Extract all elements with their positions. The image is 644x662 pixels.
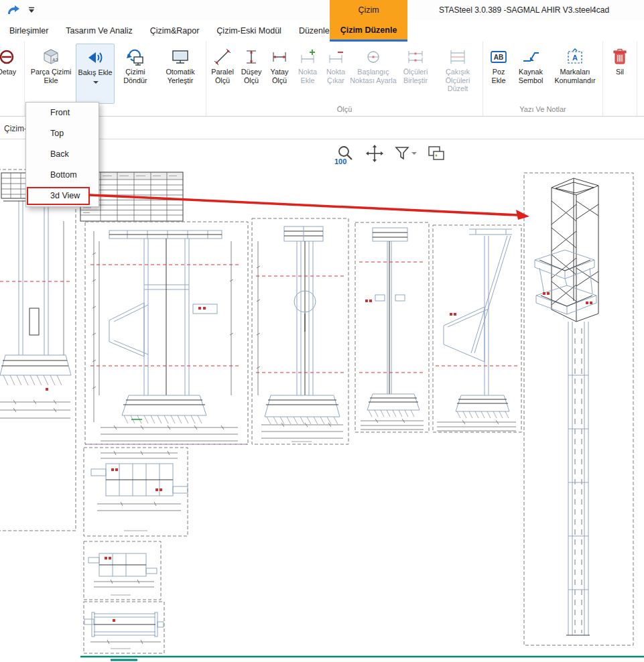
- document-tab[interactable]: Çizim-: [4, 124, 27, 133]
- drawing-detail-e[interactable]: [84, 448, 188, 536]
- drawing-view-d[interactable]: [433, 225, 521, 432]
- tab-cizim-eski-modul[interactable]: Çizim-Eski Modül: [216, 26, 281, 36]
- cakisik-olculeri-duzelt-button: Çakışık Ölçüleri Düzelt: [434, 44, 481, 104]
- otomatik-yerlestir-button[interactable]: Otomatik Yerleştir: [156, 44, 204, 104]
- drawing-view-c[interactable]: [355, 222, 429, 432]
- nokta-ekle-button: Nokta Ekle: [294, 44, 322, 104]
- sil-button[interactable]: Sil: [604, 44, 635, 104]
- group-label-yazi-ve-notlar: Yazı Ve Notlar: [483, 104, 602, 116]
- canvas-toolbar: 100: [336, 143, 445, 163]
- ribbon-group-sil: Sil: [603, 42, 637, 116]
- vertical-dimension-icon: [243, 46, 260, 68]
- tab-birlesimler[interactable]: Birleşimler: [9, 26, 48, 36]
- pan-button[interactable]: [366, 145, 383, 162]
- baslangic-noktasi-ayarla-button: Başlangıç Noktası Ayarla: [350, 44, 397, 104]
- drawing-canvas[interactable]: .pb{fill:none;stroke:#7a7a7a;stroke-widt…: [0, 139, 644, 662]
- export-view-button[interactable]: [428, 145, 445, 162]
- poz-ekle-button[interactable]: AB Poz Ekle: [485, 44, 513, 104]
- zoom-value: 100: [334, 157, 346, 166]
- ribbon-group-yazi-ve-notlar: AB Poz Ekle Kaynak Sembol A Markaları Ko…: [483, 42, 603, 116]
- nokta-cikar-button: Nokta Çıkar: [322, 44, 350, 104]
- drawing-view-b[interactable]: [252, 218, 348, 444]
- start-point-icon: [365, 46, 382, 68]
- quick-access-toolbar: [7, 5, 36, 15]
- svg-text:A: A: [572, 54, 578, 62]
- chevron-down-icon: [411, 152, 417, 155]
- position-marks-icon: A: [566, 46, 584, 68]
- window-title: STASteel 3.0.389 -SAGMAL AHIR V3.steel4c…: [439, 5, 609, 15]
- chevron-down-icon: [93, 81, 99, 84]
- group-label-olcu: Ölçü: [206, 104, 482, 116]
- paralel-olcu-button[interactable]: Paralel Ölçü: [208, 44, 237, 104]
- drawing-view-a[interactable]: [85, 222, 248, 444]
- kaynak-sembol-button[interactable]: Kaynak Sembol: [513, 44, 549, 104]
- horizontal-dimension-icon: [271, 46, 288, 68]
- view-direction-icon: [86, 46, 105, 68]
- cube-sheet-icon: A3: [42, 46, 60, 68]
- ribbon-group-olcu: Paralel Ölçü Düşey Ölçü Yatay Ölçü Nokta…: [206, 42, 483, 116]
- dropdown-item-back[interactable]: Back: [26, 144, 99, 165]
- trash-icon: [611, 46, 629, 68]
- frames-icon: [428, 145, 445, 162]
- rotate-drawing-icon: [126, 46, 145, 68]
- drawing-detail-g[interactable]: [84, 602, 164, 653]
- contextual-tab-header: Çizim: [330, 0, 407, 20]
- bakis-ekle-button[interactable]: Bakış Ekle: [76, 44, 115, 104]
- dropdown-item-3d-view[interactable]: 3d View: [26, 186, 99, 206]
- detay-button[interactable]: Detay: [0, 44, 23, 104]
- filter-icon: [394, 145, 410, 161]
- tab-duzenle[interactable]: Düzenle: [299, 26, 330, 36]
- drawing-view-3d[interactable]: [524, 173, 633, 645]
- pan-icon: [366, 145, 383, 162]
- tab-cizim-duzenle[interactable]: Çizim Düzenle: [330, 20, 407, 42]
- markalari-konumlandir-button[interactable]: A Markaları Konumlandır: [549, 44, 601, 104]
- ribbon-group-detay: Detay: [0, 42, 25, 116]
- sheet-edge-lines: [80, 657, 644, 660]
- parallel-dimension-icon: [214, 46, 231, 68]
- dropdown-item-front[interactable]: Front: [26, 103, 99, 123]
- remove-point-icon: [327, 46, 344, 68]
- dusey-olcu-button[interactable]: Düşey Ölçü: [237, 44, 265, 104]
- filter-button[interactable]: [394, 145, 417, 161]
- yatay-olcu-button[interactable]: Yatay Ölçü: [265, 44, 294, 104]
- drawing-panel-left[interactable]: [0, 170, 76, 531]
- tab-cizim-rapor[interactable]: Çizim&Rapor: [150, 26, 200, 36]
- tab-tasarim-ve-analiz[interactable]: Tasarım Ve Analiz: [66, 26, 132, 36]
- cizimi-dondur-button[interactable]: Çizimi Döndür: [115, 44, 156, 104]
- customize-toolbar-icon[interactable]: [28, 7, 36, 13]
- title-bar: Çizim STASteel 3.0.389 -SAGMAL AHIR V3.s…: [0, 0, 644, 20]
- bakis-ekle-dropdown: Front Top Back Bottom 3d View: [25, 102, 99, 207]
- add-point-icon: [299, 46, 316, 68]
- parca-cizimi-ekle-button[interactable]: A3 Parça Çizimi Ekle: [26, 44, 76, 104]
- dropdown-item-bottom[interactable]: Bottom: [26, 165, 99, 186]
- dropdown-item-top[interactable]: Top: [26, 123, 99, 144]
- forward-arrow-icon[interactable]: [7, 5, 20, 15]
- monitor-icon: [171, 46, 190, 68]
- fix-overlapping-dimensions-icon: [449, 46, 466, 68]
- menu-bar: Birleşimler Tasarım Ve Analiz Çizim&Rapo…: [0, 20, 644, 42]
- drawing-detail-f[interactable]: [84, 541, 161, 600]
- svg-text:A3: A3: [52, 58, 58, 62]
- svg-text:AB: AB: [494, 54, 503, 61]
- olculeri-birlestir-button: Ölçüleri Birleştir: [397, 44, 434, 104]
- no-entry-icon: [0, 46, 15, 68]
- zoom-control[interactable]: 100: [336, 143, 355, 163]
- merge-dimensions-icon: [407, 46, 424, 68]
- position-label-icon: AB: [489, 46, 508, 68]
- weld-symbol-icon: [521, 46, 540, 68]
